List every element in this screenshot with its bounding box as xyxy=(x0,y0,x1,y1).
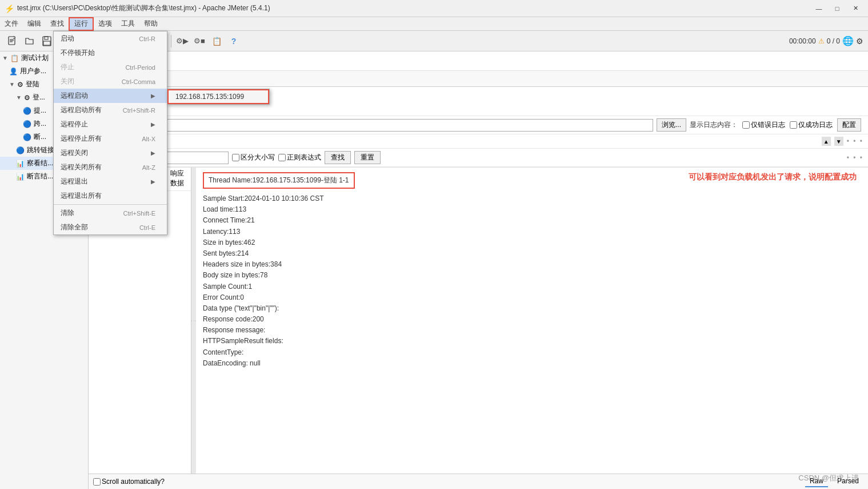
menu-item-remote-exit[interactable]: 远程退出 ▶ xyxy=(54,174,167,189)
log-options: 显示日志内容： 仅错误日志 仅成功日志 配置 xyxy=(690,118,861,132)
open-file-button[interactable] xyxy=(22,33,38,49)
results-area: Text HTML JSON XML 取样器结果 请求 响应数据 ✔ 登 xyxy=(89,167,868,474)
remote-exit-all-label: 远程退出所有 xyxy=(61,191,102,201)
detail-line-1: Load time:113 xyxy=(203,204,861,215)
menu-item-start[interactable]: 启动 Ctrl-R xyxy=(54,31,167,46)
menu-item-remote-exit-all[interactable]: 远程退出所有 xyxy=(54,189,167,203)
sidebar-label-assert: 断... xyxy=(34,132,46,142)
thread-name-box: Thread Name:192.168.175.135:1099-登陆 1-1 xyxy=(203,172,355,189)
collapse-top-button[interactable]: ▲ xyxy=(822,137,831,146)
tab-response-data[interactable]: 响应数据 xyxy=(170,169,187,189)
menu-run[interactable]: 运行 xyxy=(69,17,94,31)
save-button[interactable] xyxy=(39,33,55,49)
menu-item-remote-start[interactable]: 远程启动 ▶ 192.168.175.135:1099 xyxy=(54,89,167,103)
browse-button[interactable]: 浏览... xyxy=(657,118,686,132)
svg-rect-5 xyxy=(45,37,48,39)
detail-line-0: Sample Start:2024-01-10 10:10:36 CST xyxy=(203,193,861,204)
menu-item-remote-start-all[interactable]: 远程启动所有 Ctrl+Shift-R xyxy=(54,103,167,117)
menu-find[interactable]: 查找 xyxy=(46,17,69,31)
result-detail: Thread Name:192.168.175.135:1099-登陆 1-1 … xyxy=(196,168,868,474)
remote-start-all-shortcut: Ctrl+Shift-R xyxy=(123,107,155,114)
menu-file[interactable]: 文件 xyxy=(0,17,23,31)
menu-item-clear[interactable]: 清除 Ctrl+Shift-E xyxy=(54,206,167,220)
log-button[interactable]: 📋 xyxy=(209,33,225,49)
detail-line-11: Response code:200 xyxy=(203,314,861,325)
start-label: 启动 xyxy=(61,34,74,43)
menu-item-shutdown: 关闭 Ctrl-Comma xyxy=(54,74,167,89)
sidebar-label-redirect: 跳转链接 xyxy=(27,145,54,155)
login-sub-icon: ⚙ xyxy=(24,94,30,102)
menu-item-remote-stop[interactable]: 远程停止 ▶ xyxy=(54,117,167,132)
minimize-button[interactable]: — xyxy=(811,2,827,15)
settings-icon: ⚙ xyxy=(856,37,863,46)
detail-line-16: DataEncoding: null xyxy=(203,358,861,369)
remote-ip-label: 192.168.175.135:1099 xyxy=(175,93,244,101)
divider-1 xyxy=(54,204,167,205)
search-area-top: ▲ ▼ • • • xyxy=(89,134,868,149)
regex-check[interactable]: 正则表达式 xyxy=(278,153,321,162)
detail-line-9: Error Count:0 xyxy=(203,292,861,303)
thread-name-text: Thread Name:192.168.175.135:1099-登陆 1-1 xyxy=(209,176,349,184)
menu-options[interactable]: 选项 xyxy=(94,17,117,31)
menu-help[interactable]: 帮助 xyxy=(139,17,162,31)
toolbar-time-area: 00:00:00 ⚠ 0 / 0 🌐 ⚙ xyxy=(789,35,863,46)
remote-stop-all-button[interactable]: ⚙■ xyxy=(191,33,207,49)
sub-item-ip[interactable]: 192.168.175.135:1099 xyxy=(167,89,269,104)
arrow-icon: ▼ xyxy=(9,81,15,88)
detail-line-5: Sent bytes:214 xyxy=(203,248,861,259)
detail-line-12: Response message: xyxy=(203,325,861,336)
case-checkbox[interactable] xyxy=(232,154,239,161)
case-sensitive-check[interactable]: 区分大小写 xyxy=(232,153,275,162)
remote-start-all-button[interactable]: ⚙▶ xyxy=(174,33,190,49)
menu-item-clear-all[interactable]: 清除全部 Ctrl-E xyxy=(54,220,167,234)
success-log-checkbox[interactable] xyxy=(790,121,797,129)
menu-item-start-nopause[interactable]: 不停顿开始 xyxy=(54,46,167,60)
elapsed-time: 00:00:00 xyxy=(789,37,816,45)
menu-item-remote-close[interactable]: 远程关闭 ▶ xyxy=(54,146,167,160)
new-file-button[interactable] xyxy=(5,33,21,49)
scroll-auto-checkbox[interactable] xyxy=(93,478,101,486)
svg-rect-6 xyxy=(43,41,50,45)
menu-tools[interactable]: 工具 xyxy=(117,17,139,31)
error-log-checkbox[interactable] xyxy=(742,121,750,129)
detail-line-6: Headers size in bytes:384 xyxy=(203,259,861,270)
warning-icon: ⚠ xyxy=(818,37,825,45)
vertical-resizer[interactable]: ⋮ xyxy=(191,168,196,474)
stop-shortcut: Ctrl-Period xyxy=(125,64,155,71)
reset-button[interactable]: 重置 xyxy=(354,151,381,164)
remote-start-all-label: 远程启动所有 xyxy=(61,105,102,115)
start-shortcut: Ctrl-R xyxy=(139,35,155,42)
run-dropdown-menu: 启动 Ctrl-R 不停顿开始 停止 Ctrl-Period 关闭 Ctrl-C… xyxy=(53,31,167,235)
sidebar-label-login-group: 登陆 xyxy=(26,79,39,89)
sidebar-label-results-tree: 察看结... xyxy=(27,158,53,168)
maximize-button[interactable]: □ xyxy=(829,2,845,15)
menu-edit[interactable]: 编辑 xyxy=(23,17,46,31)
sidebar-label-login-sub: 登... xyxy=(33,93,45,102)
scroll-auto-check[interactable]: Scroll automatically? xyxy=(93,478,165,486)
clear-all-shortcut: Ctrl-E xyxy=(139,224,155,231)
menu-item-remote-close-all[interactable]: 远程关闭所有 Alt-Z xyxy=(54,160,167,174)
regex-checkbox[interactable] xyxy=(278,154,286,161)
user-vars-icon: 👤 xyxy=(9,67,18,75)
menu-item-remote-stop-all[interactable]: 远程停止所有 Alt-X xyxy=(54,132,167,146)
success-log-check[interactable]: 仅成功日志 xyxy=(790,120,833,130)
arrow-icon: ▼ xyxy=(2,55,8,61)
csdn-watermark: CSDN @但求上进 xyxy=(798,473,859,483)
error-log-check[interactable]: 仅错误日志 xyxy=(742,120,785,130)
bottom-tabs: Scroll automatically? Raw Parsed xyxy=(89,474,868,489)
filename-input[interactable] xyxy=(119,119,653,132)
detail-line-10: Data type ("text"|"bin"|""): xyxy=(203,303,861,314)
log-display-label: 显示日志内容： xyxy=(690,120,738,130)
detail-line-8: Sample Count:1 xyxy=(203,281,861,292)
help-button[interactable]: ? xyxy=(226,33,242,49)
shutdown-shortcut: Ctrl-Comma xyxy=(122,78,155,85)
expand-top-button[interactable]: ▼ xyxy=(834,137,843,146)
remote-stop-all-shortcut: Alt-X xyxy=(142,136,155,142)
stats-count: 0 / 0 xyxy=(827,37,840,45)
detail-line-3: Latency:113 xyxy=(203,226,861,237)
arrow-icon: ▼ xyxy=(16,94,22,101)
redirect-icon: 🔵 xyxy=(16,146,25,154)
search-button[interactable]: 查找 xyxy=(325,151,351,164)
close-button[interactable]: ✕ xyxy=(847,2,863,15)
config-button[interactable]: 配置 xyxy=(837,118,861,132)
